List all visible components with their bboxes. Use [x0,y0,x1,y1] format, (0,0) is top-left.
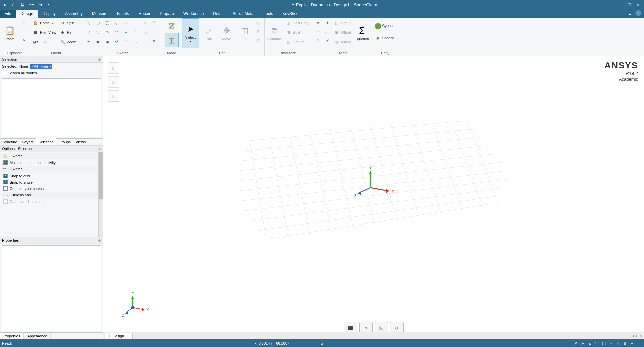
plan-view-button[interactable]: ▦Plan View [31,28,58,37]
close-doc-icon[interactable]: × [127,334,129,338]
snapgrid-checkbox[interactable] [3,174,8,178]
tab-groups[interactable]: Groups [56,139,73,145]
tab-views[interactable]: Views [73,139,88,145]
sphere-button[interactable]: ●Sphere [374,33,397,43]
sb-icon-1[interactable]: ⬈ [573,341,579,346]
view-cube-icon[interactable]: ◪▾ [32,38,40,46]
pin-icon-2[interactable]: ⬙ [98,147,101,151]
doc-nav-prev[interactable]: ◂ [631,334,635,338]
line-icon[interactable]: ╲ [85,19,93,27]
document-tab[interactable]: ▲ Design1 × [105,333,133,339]
tab-appearance[interactable]: Appearance [24,333,51,339]
sb-icon-5[interactable]: ◫ [601,341,607,346]
arc3-icon[interactable]: ◠ [113,28,121,36]
fill-button[interactable]: ◫Fill [236,18,254,48]
undo-icon[interactable]: ↶▾ [28,1,35,8]
split-body-button[interactable]: ◫Split Body [284,18,311,28]
sb-icon-7[interactable]: ◬ [615,341,621,346]
tab-selection[interactable]: Selection [36,138,56,145]
arc-tan-icon[interactable]: ↺ [113,38,121,46]
menu-workbench[interactable]: Workbench [179,10,208,18]
axis2-icon[interactable]: ⤢ [323,36,331,44]
search-all-checkbox[interactable] [2,71,6,75]
vp-tool-3[interactable]: ◳ [108,90,119,102]
doc-nav-next[interactable]: ▸ [635,334,639,338]
tab-structure[interactable]: Structure [0,139,20,145]
equation-button[interactable]: ΣEquation [353,18,371,48]
orientation-triad[interactable]: X Y Z [121,290,151,321]
help-icon[interactable]: ? [635,10,641,16]
menu-detail[interactable]: Detail [208,10,228,18]
options-dimensions-cat[interactable]: ⟷Dimensions [1,192,102,198]
sb-icon-6[interactable]: △ [608,341,614,346]
arc-icon[interactable]: ◡ [113,19,121,27]
extend-icon[interactable]: ⤢ [150,28,158,36]
spin-button[interactable]: ↻Spin▾ [58,18,81,28]
vp-tool-2[interactable]: ◲ [108,76,119,88]
sb-icon-9[interactable]: ● [629,341,635,346]
trim-icon[interactable]: ⌐ [131,19,140,27]
sb-icon-8[interactable]: ⊕ [622,341,628,346]
doc-nav-close[interactable]: × [639,334,643,338]
point-icon[interactable]: ● [122,28,130,36]
maximize-button[interactable]: □ [625,1,633,8]
menu-repair[interactable]: Repair [134,10,155,18]
polygon-icon[interactable]: ⬠ [94,28,102,36]
selection-list[interactable] [2,78,101,137]
combine-button[interactable]: ⧉Combine [266,18,283,48]
pan-button[interactable]: ✥Pan [58,28,81,37]
text-icon[interactable]: ⌶ [122,38,130,46]
layout-checkbox[interactable] [3,186,8,191]
select-button[interactable]: ➤ Select ▾ [182,18,199,48]
cartesian-checkbox[interactable] [3,199,8,204]
rect-icon[interactable]: ▢ [94,19,102,27]
open-icon[interactable]: 🗀 [10,1,17,8]
tab-layers[interactable]: Layers [20,139,36,145]
menu-sheetmetal[interactable]: Sheet Metal [228,10,259,18]
redo-icon[interactable]: ↷▾ [36,1,44,8]
point-create-icon[interactable]: ✦ [323,19,331,27]
vp-tool-1[interactable]: ◱ [108,62,119,74]
save-icon[interactable]: 💾 [19,1,26,8]
fillet-icon[interactable]: ⌒ [131,28,140,36]
paste-button[interactable]: 📋 Paste [1,18,19,48]
options-scrollbar[interactable] [98,152,103,237]
shell-button[interactable]: ◫Shell [332,18,352,28]
options-sketch-cat[interactable]: 📐Sketch [1,153,102,159]
view-misc-icon[interactable]: ◧ [41,38,49,46]
zoom-button[interactable]: 🔍Zoom▾ [58,37,81,47]
sketch-mode-button[interactable]: ▨ [165,18,179,32]
sb-icon-3[interactable]: ▴ [587,341,593,346]
copy-icon[interactable]: ⎘ [20,27,28,36]
viewport-3d[interactable]: ◱ ◲ ◳ ANSYS R19.2 Academic [103,56,644,339]
alltypes-filter[interactable]: <All Types> [30,64,52,69]
menu-tools[interactable]: Tools [259,10,278,18]
dim-icon[interactable]: ⟷ [141,38,149,46]
menu-display[interactable]: Display [38,10,60,18]
pattern-icon[interactable]: ⋮⋮ [323,27,331,36]
sb-icon-2[interactable]: ➤ [580,341,586,346]
plane-icon[interactable]: ▱ [314,19,322,27]
split-button[interactable]: ◨Split [284,28,311,37]
circle-icon[interactable]: ◯ [103,19,111,27]
offset-button[interactable]: ▣Offset [332,28,352,37]
spline-icon[interactable]: ∿ [122,19,130,27]
minimize-button[interactable]: ― [616,1,625,8]
project-button[interactable]: ▥Project [284,37,311,47]
circle3-icon[interactable]: ◉ [103,38,111,46]
warning-icon[interactable]: ▲ [320,341,324,345]
triad-icon[interactable]: ⤧ [314,36,322,44]
pin-icon[interactable]: ⬙ [98,57,101,61]
axis-icon[interactable]: ⟋ [314,27,322,36]
home-button[interactable]: 🏠Home▾ [31,18,58,28]
del-icon[interactable]: ✕ [141,19,149,27]
solid-mode-button[interactable]: ◫ [165,33,179,47]
edit-misc2-icon[interactable]: ◰ [255,27,263,36]
sb-icon-10[interactable]: ▾ [636,341,642,346]
ellipse-icon[interactable]: ⬭ [103,28,111,36]
ribbon-collapse-icon[interactable]: ▴ [627,10,633,17]
pin-icon-3[interactable]: ⬙ [98,238,101,242]
menu-keyshot[interactable]: KeyShot [278,10,302,18]
sum-icon[interactable]: Σ [150,38,158,46]
edit-misc1-icon[interactable]: ◳ [255,19,263,27]
